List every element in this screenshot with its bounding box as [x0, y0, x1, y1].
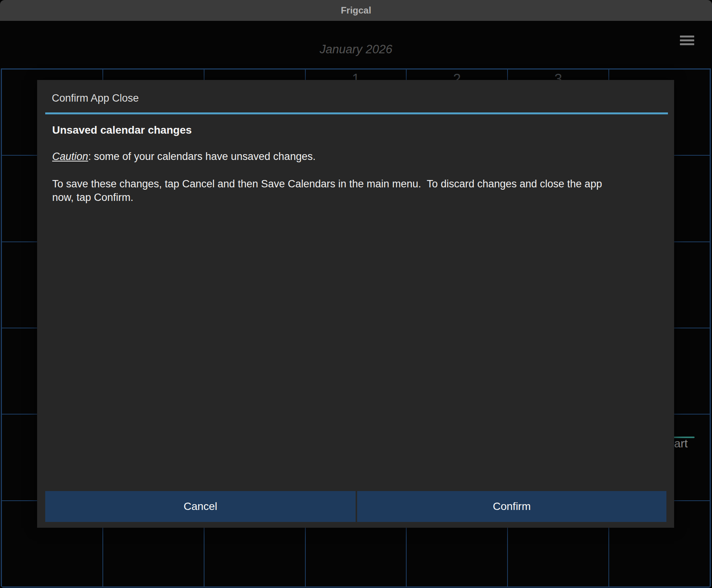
dialog-body-text: To save these changes, tap Cancel and th…	[52, 177, 602, 204]
caution-rest: : some of your calendars have unsaved ch…	[88, 151, 315, 162]
dialog-body-line1: To save these changes, tap Cancel and th…	[52, 178, 602, 190]
main-menu-button[interactable]	[679, 34, 695, 47]
event-label[interactable]: art	[674, 437, 688, 450]
app-window: Frigcal January 2026 123 art Confirm App…	[0, 0, 712, 588]
hamburger-icon	[680, 39, 694, 41]
dialog-caution-text: Caution: some of your calendars have uns…	[52, 151, 315, 163]
confirm-button[interactable]: Confirm	[357, 491, 666, 522]
confirm-app-close-dialog: Confirm App Close Unsaved calendar chang…	[37, 80, 674, 528]
caution-term: Caution	[52, 151, 88, 162]
dialog-divider	[45, 112, 668, 114]
month-header: January 2026	[0, 42, 712, 56]
dialog-heading: Unsaved calendar changes	[52, 124, 192, 136]
dialog-title: Confirm App Close	[52, 92, 139, 104]
cancel-button[interactable]: Cancel	[45, 491, 356, 522]
window-title: Frigcal	[0, 0, 712, 21]
hamburger-icon	[680, 43, 694, 45]
dialog-body-line2: now, tap Confirm.	[52, 192, 133, 203]
hamburger-icon	[680, 36, 694, 37]
title-bar: Frigcal	[0, 0, 712, 21]
